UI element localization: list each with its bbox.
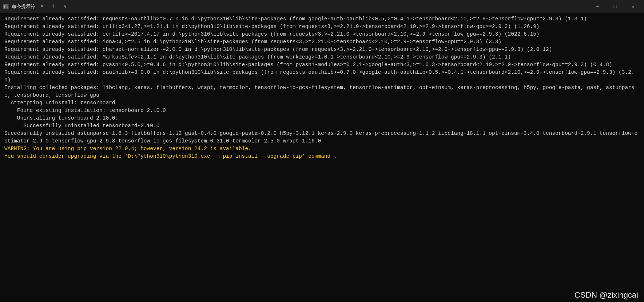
terminal-line: Requirement already satisfied: charset-n… xyxy=(4,46,640,53)
tab-add-button[interactable]: + xyxy=(49,2,59,11)
maximize-button[interactable]: □ xyxy=(607,0,624,13)
tab-close-button[interactable]: × xyxy=(38,3,46,11)
title-bar-left: C: 命令提示符 × + ∨ xyxy=(3,2,589,11)
terminal-line: Requirement already satisfied: certifi>=… xyxy=(4,31,640,38)
close-button[interactable]: ✕ xyxy=(624,0,641,13)
terminal-body: Requirement already satisfied: requests-… xyxy=(0,13,644,302)
terminal-line: Attempting uninstall: tensorboard xyxy=(4,99,640,107)
window-controls: ─ □ ✕ xyxy=(589,0,641,13)
terminal-line: Requirement already satisfied: oauthlib>… xyxy=(4,69,640,84)
terminal-line: Successfully installed astunparse-1.6.3 … xyxy=(4,130,640,145)
terminal-line: Requirement already satisfied: idna<4,>=… xyxy=(4,38,640,46)
window-title: 命令提示符 xyxy=(12,3,35,10)
terminal-line: Requirement already satisfied: urllib3<1… xyxy=(4,23,640,31)
minimize-button[interactable]: ─ xyxy=(589,0,606,13)
terminal-line: Successfully uninstalled tensorboard-2.1… xyxy=(4,122,640,130)
terminal-line: Requirement already satisfied: MarkupSaf… xyxy=(4,53,640,61)
terminal-line: Requirement already satisfied: pyasn1<0.… xyxy=(4,61,640,69)
tab-dropdown-button[interactable]: ∨ xyxy=(61,3,68,10)
terminal-line: Requirement already satisfied: requests-… xyxy=(4,15,640,23)
title-bar: C: 命令提示符 × + ∨ ─ □ ✕ xyxy=(0,0,644,13)
svg-text:C:: C: xyxy=(4,5,8,9)
watermark: CSDN @zixingcai xyxy=(575,290,638,300)
terminal-line: WARNING: You are using pip version 22.0.… xyxy=(4,145,640,153)
terminal-line: Uninstalling tensorboard-2.10.0: xyxy=(4,114,640,122)
terminal-line: You should consider upgrading via the 'D… xyxy=(4,153,640,160)
terminal-line: Found existing installation: tensorboard… xyxy=(4,107,640,114)
terminal-icon: C: xyxy=(3,4,9,9)
terminal-output: Requirement already satisfied: requests-… xyxy=(4,15,640,160)
terminal-line: Installing collected packages: libclang,… xyxy=(4,84,640,99)
